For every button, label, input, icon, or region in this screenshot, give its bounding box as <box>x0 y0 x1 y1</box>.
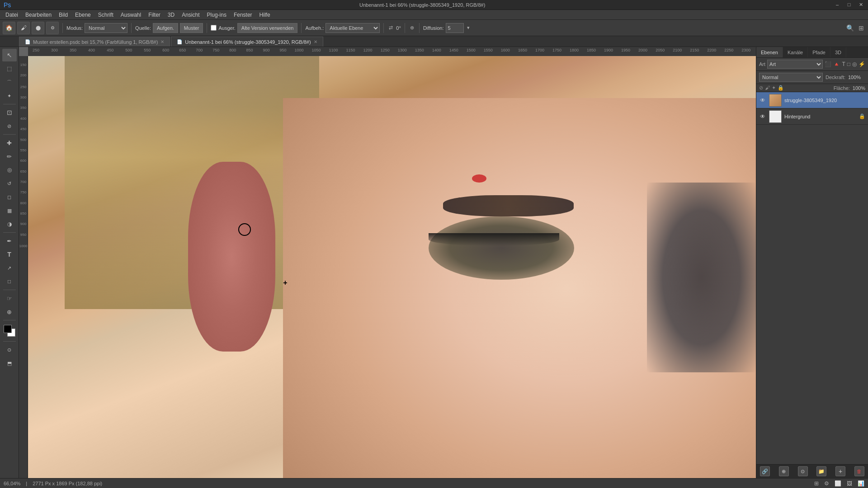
maximize-button[interactable]: □ <box>845 2 853 8</box>
lock-position-icon[interactable]: ✦ <box>772 85 776 91</box>
filter-type-select[interactable]: Art <box>767 60 823 69</box>
tool-shape[interactable]: □ <box>2 275 17 288</box>
tool-frame[interactable]: ⬒ <box>2 357 17 370</box>
filter-type-label: Art <box>759 61 765 67</box>
menu-plugins[interactable]: Plug-ins <box>203 10 230 20</box>
tool-zoom[interactable]: ⊕ <box>2 305 17 318</box>
window-controls[interactable]: – □ ✕ <box>834 2 864 8</box>
minimize-button[interactable]: – <box>834 2 841 8</box>
tab-unbenannt[interactable]: 📄 Unbenannt-1 bei 66% (struggle-3805349_… <box>171 37 323 47</box>
filter-icon-text[interactable]: T <box>842 61 845 67</box>
tool-clone[interactable]: ◎ <box>2 164 17 176</box>
tool-select-rect[interactable]: ⬚ <box>2 62 17 75</box>
tool-mask[interactable]: ⊙ <box>2 343 17 356</box>
link-layers-button[interactable]: 🔗 <box>760 466 770 476</box>
filter-switch[interactable]: ⚡ <box>859 61 865 67</box>
tab-muster-close[interactable]: ✕ <box>160 39 164 44</box>
tab-unbenannt-label: Unbenannt-1 bei 66% (struggle-3805349_19… <box>185 39 311 45</box>
filter-icon-adjust[interactable]: 🔺 <box>833 61 840 67</box>
diffusion-input[interactable] <box>446 23 464 33</box>
status-icon-3: ⬜ <box>835 480 841 487</box>
menu-filter[interactable]: Filter <box>145 10 164 20</box>
foreground-color[interactable] <box>4 325 12 333</box>
options-toolbar: 🏠 🖌 ⬤ ⚙ Modus: Normal Multiplizieren Abw… <box>0 20 868 36</box>
search-icon[interactable]: 🔍 <box>845 24 855 32</box>
color-swatches[interactable] <box>3 324 16 338</box>
canvas-area[interactable]: // Ruler ticks rendered via inline SVG 2… <box>19 47 756 478</box>
fill-label: Fläche: <box>834 85 850 91</box>
tool-eraser[interactable]: ◻ <box>2 191 17 203</box>
tool-move[interactable]: ↖ <box>2 49 17 61</box>
healing-icon: ⊕ <box>409 25 415 31</box>
sep3 <box>207 23 207 33</box>
add-mask-button[interactable]: ⊙ <box>798 466 808 476</box>
tool-gradient[interactable]: ▦ <box>2 204 17 217</box>
layer-visibility-photo[interactable]: 👁 <box>759 97 766 104</box>
lock-paint-icon[interactable]: 🖌 <box>765 85 770 91</box>
tab-muster[interactable]: 📄 Muster erstellen.psdc bei 15,7% (Farbf… <box>19 37 170 47</box>
tool-pen[interactable]: ✒ <box>2 235 17 247</box>
panel-tab-ebenen[interactable]: Ebenen <box>756 47 783 57</box>
opacity-value: 100% <box>848 75 865 80</box>
menu-ansicht[interactable]: Ansicht <box>178 10 203 20</box>
filter-icon-shape[interactable]: □ <box>847 61 850 67</box>
menu-bild[interactable]: Bild <box>55 10 71 20</box>
tool-history-brush[interactable]: ↺ <box>2 177 17 190</box>
home-button[interactable]: 🏠 <box>3 22 15 34</box>
tool-lasso[interactable]: ⌒ <box>2 76 17 89</box>
panel-tab-kanaele[interactable]: Kanäle <box>783 47 808 57</box>
modus-label: Modus: <box>66 25 83 31</box>
brush-size-btn[interactable]: ⬤ <box>32 22 44 34</box>
menu-fenster[interactable]: Fenster <box>230 10 256 20</box>
menu-schrift[interactable]: Schrift <box>94 10 117 20</box>
menu-auswahl[interactable]: Auswahl <box>117 10 145 20</box>
tool-magic-wand[interactable]: ✦ <box>2 89 17 102</box>
tool-text[interactable]: T <box>2 248 17 261</box>
arrange-icon[interactable]: ⊞ <box>857 24 865 32</box>
tool-blur[interactable]: ◑ <box>2 218 17 230</box>
muster-button[interactable]: Muster <box>180 23 203 33</box>
aufgen-button[interactable]: Aufgen. <box>153 23 178 33</box>
new-layer-button[interactable]: + <box>835 466 845 476</box>
diffusion-arrow[interactable]: ▾ <box>466 25 471 31</box>
panel-tab-3d[interactable]: 3D <box>830 47 846 57</box>
flip-icon[interactable]: ⇄ <box>387 25 394 31</box>
aufbeh-select[interactable]: Aktuelle Ebene Alle Ebenen <box>326 23 380 33</box>
lock-transparent-icon[interactable]: ⊘ <box>759 85 763 91</box>
photo-canvas[interactable] <box>28 56 756 478</box>
menu-datei[interactable]: Datei <box>2 10 22 20</box>
filter-icon-smart[interactable]: ◎ <box>852 61 857 67</box>
tab-bar: 📄 Muster erstellen.psdc bei 15,7% (Farbf… <box>0 36 868 47</box>
add-style-button[interactable]: ⊕ <box>779 466 789 476</box>
delete-layer-button[interactable]: 🗑 <box>854 466 864 476</box>
modus-select[interactable]: Normal Multiplizieren Abwedeln <box>85 23 127 33</box>
panel-tab-pfade[interactable]: Pfade <box>808 47 830 57</box>
canvas-content[interactable] <box>28 56 756 478</box>
alte-version-button[interactable]: Alte Version verwenden <box>237 23 298 33</box>
tool-healing[interactable]: ✚ <box>2 136 17 149</box>
ausger-checkbox[interactable] <box>211 25 217 31</box>
menu-hilfe[interactable]: Hilfe <box>256 10 274 20</box>
tool-crop[interactable]: ⊡ <box>2 106 17 119</box>
brush-tool-btn[interactable]: 🖌 <box>17 22 30 34</box>
layer-item-photo[interactable]: 👁 struggle-3805349_1920 <box>756 92 868 108</box>
status-icon-2: ⚙ <box>824 480 829 487</box>
tool-eyedropper[interactable]: ⊘ <box>2 120 17 132</box>
tool-hand[interactable]: ☞ <box>2 292 17 305</box>
status-icon-4: 🖼 <box>847 480 852 487</box>
brush-options-btn[interactable]: ⚙ <box>46 22 59 34</box>
blend-mode-select[interactable]: Normal Multiplizieren <box>759 73 823 82</box>
close-button[interactable]: ✕ <box>857 2 864 8</box>
tool-path-select[interactable]: ↗ <box>2 262 17 274</box>
eye-area <box>429 216 574 280</box>
menu-ebene[interactable]: Ebene <box>71 10 94 20</box>
menu-bearbeiten[interactable]: Bearbeiten <box>22 10 55 20</box>
filter-icon-pixel[interactable]: ⬛ <box>825 61 831 67</box>
menu-3d[interactable]: 3D <box>164 10 178 20</box>
layer-item-background[interactable]: 👁 Hintergrund 🔒 <box>756 108 868 125</box>
tab-unbenannt-close[interactable]: ✕ <box>314 39 317 44</box>
lock-all-icon[interactable]: 🔒 <box>778 85 784 91</box>
new-group-button[interactable]: 📁 <box>816 466 826 476</box>
layer-visibility-bg[interactable]: 👁 <box>759 113 766 120</box>
tool-brush[interactable]: ✏ <box>2 150 17 163</box>
